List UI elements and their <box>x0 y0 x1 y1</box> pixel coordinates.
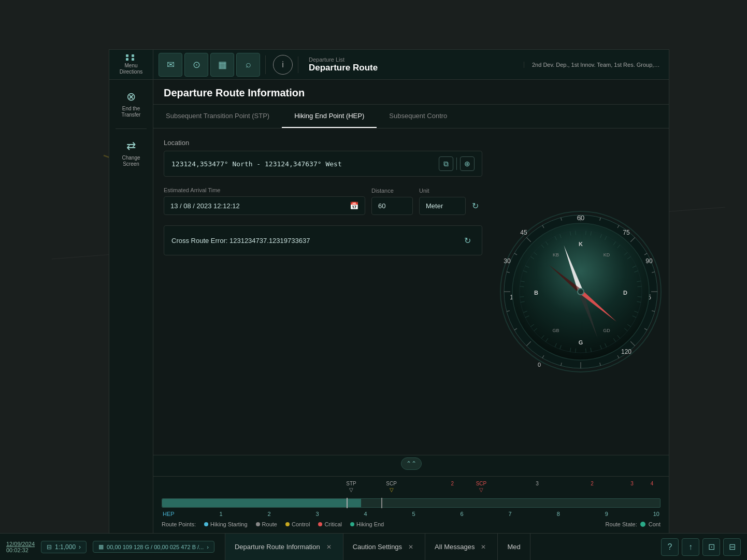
nav-title-section: Departure List Departure Route <box>298 56 524 73</box>
layout-btn[interactable]: ⊟ <box>723 538 741 556</box>
sep-line <box>456 157 457 170</box>
route-state: Route State: Cont <box>606 521 660 527</box>
svg-text:B: B <box>534 290 538 296</box>
bottom-tab-med-label: Med <box>507 543 520 551</box>
scp-marker-red: SCP ▽ <box>476 481 487 493</box>
sidebar-divider <box>116 128 147 129</box>
timeline-bar <box>162 498 660 508</box>
bottom-tab-departure[interactable]: Departure Route Information ✕ <box>225 534 343 560</box>
arrival-input[interactable]: 13 / 08 / 2023 12:12:12 📅 <box>164 196 365 215</box>
scale-icon: ⊟ <box>47 543 52 551</box>
unit-row: Meter ↻ <box>419 197 482 215</box>
end-transfer-btn[interactable]: ⊗ End the Transfer <box>113 85 149 123</box>
main-panel: Menu Directions ✉ ⊙ ▦ ⌕ i Departure List… <box>109 49 669 534</box>
info-btn[interactable]: i <box>273 55 293 75</box>
timeline-progress <box>162 499 361 507</box>
search-btn[interactable]: ⌕ <box>236 53 260 77</box>
navigate-btn[interactable]: ⊕ <box>460 156 475 171</box>
status-time: 00:02:32 <box>6 547 35 553</box>
svg-text:KD: KD <box>604 252 610 257</box>
envelope-btn[interactable]: ✉ <box>159 53 182 77</box>
scp-marker-yellow: SCP ▽ <box>386 481 397 493</box>
route-state-value: Cont <box>649 521 660 527</box>
svg-text:0: 0 <box>538 362 541 368</box>
location-row: 123124,353477° North - 123124,347637° We… <box>164 151 482 177</box>
content-area: ⊗ End the Transfer ⇄ Change Screen Depar… <box>109 80 669 534</box>
map-btn[interactable]: ▦ <box>210 53 234 77</box>
svg-text:D: D <box>623 290 627 296</box>
svg-text:GD: GD <box>603 328 610 333</box>
error-refresh-btn[interactable]: ↻ <box>460 233 475 248</box>
bottom-tab-messages-label: All Messages <box>435 543 475 551</box>
route-state-label: Route State: <box>606 521 637 527</box>
legend-hiking-end: Hiking End <box>350 521 384 527</box>
close-departure-tab[interactable]: ✕ <box>324 542 334 552</box>
location-actions: ⧉ ⊕ <box>439 156 475 171</box>
unit-input[interactable]: Meter <box>419 197 466 215</box>
arrival-group: Estimated Arrival Time 13 / 08 / 2023 12… <box>164 187 482 215</box>
unit-label: Unit <box>419 188 482 194</box>
bottom-tab-messages[interactable]: All Messages ✕ <box>425 534 498 560</box>
num-6: 6 <box>461 511 464 517</box>
label-hiking-starting: Hiking Starting <box>210 521 248 527</box>
num-2: 2 <box>268 511 271 517</box>
end-transfer-label: End the Transfer <box>116 106 146 118</box>
svg-text:KB: KB <box>553 252 559 257</box>
collapse-section: ⌃⌃ <box>153 455 669 476</box>
copy-btn[interactable]: ⧉ <box>439 156 453 171</box>
tab-hep[interactable]: Hiking End Point (HEP) <box>282 105 377 128</box>
bottom-tab-caution[interactable]: Caution Settings ✕ <box>343 534 425 560</box>
change-screen-label: Change Screen <box>116 155 146 167</box>
bottom-tab-med[interactable]: Med <box>498 534 530 560</box>
close-caution-tab[interactable]: ✕ <box>406 542 415 552</box>
arrival-label: Estimated Arrival Time <box>164 187 365 193</box>
timeline-markers-row: STP ▽ SCP ▽ 2 SCP ▽ <box>162 481 660 497</box>
location-btn[interactable]: ⊙ <box>184 53 208 77</box>
tab-subsequent[interactable]: Subsequent Contro <box>377 105 459 128</box>
marker-2a: 2 <box>451 481 454 486</box>
distance-input[interactable]: 60 <box>371 197 413 215</box>
change-screen-icon: ⇄ <box>126 139 136 153</box>
label-hiking-end: Hiking End <box>356 521 384 527</box>
coord-btn[interactable]: ▦ 00,00 109 128 G / 00,00 025 472 B /...… <box>93 541 214 553</box>
compass-section: 60 75 90 105 120 45 30 15 0 <box>493 128 669 455</box>
camera-btn[interactable]: ⊡ <box>702 538 720 556</box>
num-8: 8 <box>557 511 560 517</box>
label-critical: Critical <box>324 521 342 527</box>
unit-refresh-btn[interactable]: ↻ <box>468 199 482 213</box>
help-btn[interactable]: ? <box>661 538 679 556</box>
tick-scp1 <box>381 498 382 508</box>
legend-critical: Critical <box>318 521 342 527</box>
marker-3b: 3 <box>630 481 634 486</box>
num-5: 5 <box>412 511 415 517</box>
form-section: Location 123124,353477° North - 123124,3… <box>153 128 493 455</box>
bottom-right-actions: ? ↑ ⊡ ⊟ <box>661 538 747 556</box>
menu-directions-btn[interactable]: Menu Directions <box>109 50 153 79</box>
label-control: Control <box>292 521 310 527</box>
svg-point-106 <box>578 289 584 295</box>
close-messages-tab[interactable]: ✕ <box>479 542 488 552</box>
nav-divider <box>265 55 266 74</box>
tick-stp <box>347 498 348 508</box>
change-screen-btn[interactable]: ⇄ Change Screen <box>113 134 149 173</box>
share-btn[interactable]: ↑ <box>682 538 699 556</box>
unit-field-group: Unit Meter ↻ <box>419 188 482 215</box>
error-text: Cross Route Error: 1231234737.1231973363… <box>171 237 310 245</box>
num-10: 10 <box>653 511 659 517</box>
num-1: 1 <box>220 511 223 517</box>
status-date[interactable]: 12/09/2024 <box>6 541 35 547</box>
distance-field-group: Distance 60 <box>371 188 413 215</box>
coord-value: 00,00 109 128 G / 00,00 025 472 B /... <box>107 544 204 550</box>
panel-body: Location 123124,353477° North - 123124,3… <box>153 128 669 455</box>
scale-value: 1:1,000 <box>55 543 76 551</box>
menu-icon <box>126 54 136 61</box>
scale-btn[interactable]: ⊟ 1:1,000 › <box>41 541 87 553</box>
bottom-tab-caution-label: Caution Settings <box>353 543 402 551</box>
collapse-btn[interactable]: ⌃⌃ <box>401 457 422 470</box>
scale-chevron: › <box>79 543 81 551</box>
distance-label: Distance <box>371 188 413 194</box>
location-label: Location <box>164 139 482 147</box>
svg-text:45: 45 <box>520 229 527 236</box>
tab-stp[interactable]: Subsequent Transition Point (STP) <box>153 105 282 128</box>
svg-text:90: 90 <box>645 257 653 265</box>
